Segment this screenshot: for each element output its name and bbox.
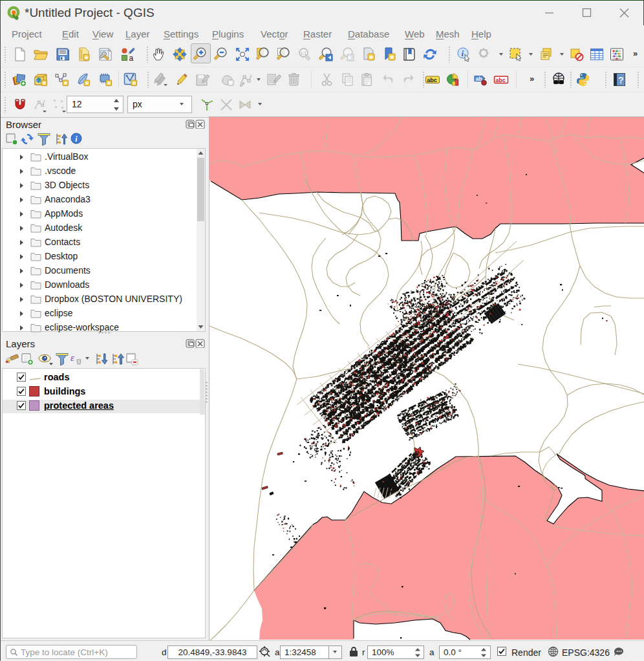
- svg-text:ab: ab: [476, 76, 482, 82]
- svg-text:?: ?: [618, 75, 624, 85]
- svg-text:1:1: 1:1: [301, 51, 307, 56]
- svg-text:a: a: [129, 54, 134, 63]
- svg-text:i: i: [462, 49, 464, 58]
- svg-text:abc: abc: [427, 77, 437, 83]
- svg-text:abc: abc: [495, 77, 506, 83]
- svg-text:ε: ε: [70, 352, 74, 363]
